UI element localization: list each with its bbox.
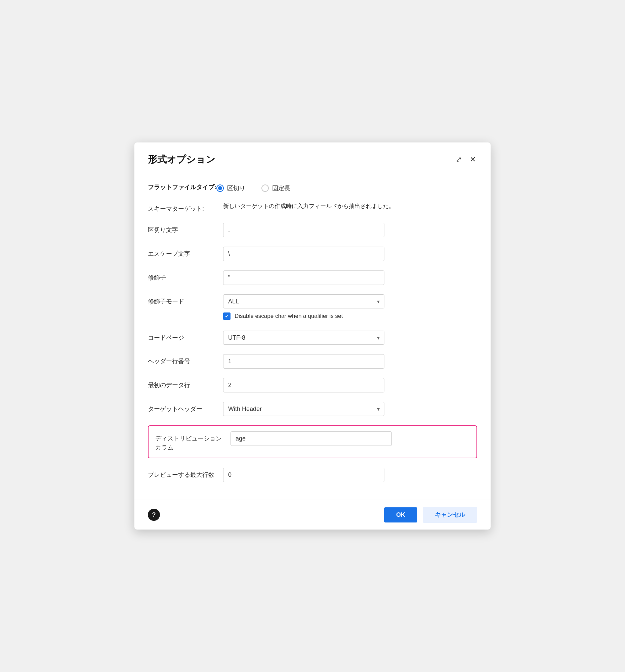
preview-rows-input-wrap (223, 468, 477, 482)
first-data-row-input-wrap (223, 378, 477, 392)
radio-delimited[interactable]: 区切り (216, 184, 245, 192)
radio-fixed-label: 固定長 (272, 184, 290, 192)
qualifier-input[interactable] (223, 270, 384, 285)
first-data-row-label: 最初のデータ行 (148, 378, 215, 390)
target-header-select[interactable]: With Header Without Header (223, 402, 384, 416)
schema-target-label: スキーマターゲット: (148, 201, 215, 213)
qualifier-mode-select[interactable]: ALL MINIMAL NON_NUMERIC NONE (223, 294, 384, 308)
disable-escape-checkbox[interactable]: ✓ (223, 312, 231, 320)
code-page-wrap: UTF-8 UTF-16 ASCII Shift-JIS ▾ (223, 331, 477, 345)
first-data-row-row: 最初のデータ行 (148, 378, 477, 392)
preview-rows-label: プレビューする最大行数 (148, 468, 215, 479)
dialog-title: 形式オプション (148, 153, 215, 166)
close-button[interactable]: ✕ (468, 154, 477, 165)
target-header-wrap: With Header Without Header ▾ (223, 402, 477, 416)
format-options-dialog: 形式オプション ⤢ ✕ フラットファイルタイプ: 区切り 固定長 (135, 142, 490, 530)
delimiter-input-wrap (223, 223, 477, 237)
target-header-row: ターゲットヘッダー With Header Without Header ▾ (148, 402, 477, 416)
code-page-row: コードページ UTF-8 UTF-16 ASCII Shift-JIS ▾ (148, 331, 477, 345)
disable-escape-label: Disable escape char when a qualifier is … (235, 313, 343, 319)
cancel-button[interactable]: キャンセル (423, 507, 477, 523)
dialog-header: 形式オプション ⤢ ✕ (135, 142, 490, 174)
schema-target-value-wrap: 新しいターゲットの作成時に入力フィールドから抽出されました。 (223, 201, 477, 211)
preview-rows-input[interactable] (223, 468, 384, 482)
footer-right: OK キャンセル (384, 507, 477, 523)
header-row-label: ヘッダー行番号 (148, 354, 215, 366)
header-actions: ⤢ ✕ (454, 154, 477, 165)
qualifier-label: 修飾子 (148, 270, 215, 282)
code-page-label: コードページ (148, 331, 215, 342)
escape-char-row: エスケープ文字 (148, 247, 477, 261)
escape-char-input[interactable] (223, 247, 384, 261)
checkmark-icon: ✓ (225, 313, 229, 319)
distribution-column-input[interactable] (231, 431, 392, 446)
dialog-footer: ? OK キャンセル (135, 500, 490, 530)
qualifier-row: 修飾子 (148, 270, 477, 285)
qualifier-mode-label: 修飾子モード (148, 294, 215, 306)
flat-file-type-radio-group: 区切り 固定長 (216, 182, 477, 192)
code-page-select-wrap: UTF-8 UTF-16 ASCII Shift-JIS ▾ (223, 331, 384, 345)
qualifier-input-wrap (223, 270, 477, 285)
escape-char-input-wrap (223, 247, 477, 261)
header-row-input[interactable] (223, 354, 384, 368)
schema-target-value: 新しいターゲットの作成時に入力フィールドから抽出されました。 (223, 203, 394, 209)
preview-rows-row: プレビューする最大行数 (148, 468, 477, 482)
delimiter-row: 区切り文字 (148, 223, 477, 237)
schema-target-row: スキーマターゲット: 新しいターゲットの作成時に入力フィールドから抽出されました… (148, 201, 477, 213)
disable-escape-row: ✓ Disable escape char when a qualifier i… (223, 312, 477, 320)
expand-button[interactable]: ⤢ (454, 154, 463, 165)
radio-delimited-label: 区切り (227, 184, 245, 192)
target-header-select-wrap: With Header Without Header ▾ (223, 402, 384, 416)
radio-delimited-circle (216, 185, 224, 192)
first-data-row-input[interactable] (223, 378, 384, 392)
distribution-column-input-wrap (231, 431, 470, 446)
help-button[interactable]: ? (148, 509, 160, 521)
delimiter-input[interactable] (223, 223, 384, 237)
flat-file-type-row: フラットファイルタイプ: 区切り 固定長 (148, 182, 477, 192)
footer-left: ? (148, 509, 160, 521)
escape-char-label: エスケープ文字 (148, 247, 215, 258)
radio-fixed-circle (261, 185, 269, 192)
distribution-column-label: ディストリビューションカラム (155, 431, 222, 452)
dialog-body: フラットファイルタイプ: 区切り 固定長 スキーマターゲット: 新しいターゲット… (135, 174, 490, 500)
qualifier-mode-wrap: ALL MINIMAL NON_NUMERIC NONE ▾ ✓ Disable… (223, 294, 477, 321)
qualifier-mode-row: 修飾子モード ALL MINIMAL NON_NUMERIC NONE ▾ ✓ … (148, 294, 477, 321)
header-row-row: ヘッダー行番号 (148, 354, 477, 368)
target-header-label: ターゲットヘッダー (148, 402, 215, 414)
distribution-column-row: ディストリビューションカラム (148, 425, 477, 458)
code-page-select[interactable]: UTF-8 UTF-16 ASCII Shift-JIS (223, 331, 384, 345)
flat-file-type-label: フラットファイルタイプ: (148, 183, 216, 191)
header-row-input-wrap (223, 354, 477, 368)
ok-button[interactable]: OK (384, 507, 417, 523)
qualifier-mode-select-wrap: ALL MINIMAL NON_NUMERIC NONE ▾ (223, 294, 384, 308)
radio-fixed[interactable]: 固定長 (261, 184, 290, 192)
delimiter-label: 区切り文字 (148, 223, 215, 235)
